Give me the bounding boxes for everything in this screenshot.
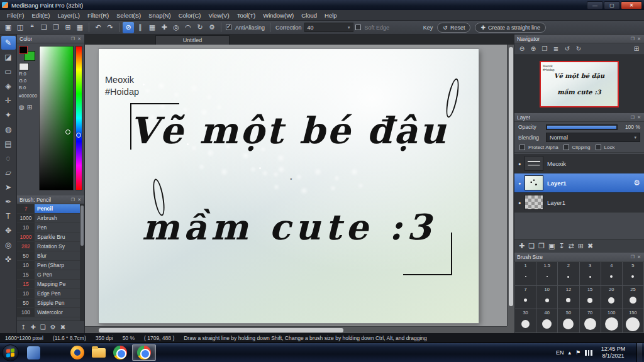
blending-dropdown[interactable]: Normal ▾ <box>546 133 640 142</box>
brush-size-option[interactable]: 25 <box>623 286 643 309</box>
canvas[interactable]: Meoxik #Hoidap Vẽ một bé đậu mầm cute :3… <box>99 49 479 323</box>
dock-brush-icon[interactable]: ↥ <box>21 324 26 331</box>
brush-size-option[interactable]: 12 <box>558 286 579 309</box>
menu-color[interactable]: Color(C) <box>175 11 205 20</box>
create-straight-line-button[interactable]: ✚ Create a straight line <box>475 23 546 33</box>
lock-checkbox[interactable] <box>596 145 601 150</box>
close-panel-icon[interactable]: ✕ <box>636 255 641 260</box>
brush-size-option[interactable]: 3 <box>580 262 601 285</box>
brush-size-option[interactable]: 1.5 <box>536 262 557 285</box>
menu-help[interactable]: Help <box>321 11 341 20</box>
snap-parallel-icon[interactable]: ∥ <box>135 22 146 33</box>
gradient-tool[interactable]: ▤ <box>1 137 16 151</box>
brush-list-scrollbar[interactable] <box>80 204 84 321</box>
clipping-checkbox[interactable] <box>564 145 569 150</box>
reset-button[interactable]: ↺ Reset <box>437 23 470 33</box>
zoom-out-icon[interactable]: ⊖ <box>517 44 527 53</box>
redo-button[interactable]: ↷ <box>104 22 116 33</box>
menu-cloud[interactable]: Cloud <box>297 11 321 20</box>
brush-item[interactable]: 7Pencil <box>17 204 84 214</box>
opacity-slider[interactable] <box>546 124 618 130</box>
comment-icon[interactable]: ❝ <box>26 22 38 33</box>
new-canvas-icon[interactable]: ▣ <box>3 22 14 33</box>
brush-size-option[interactable]: 70 <box>580 309 601 332</box>
brush-item[interactable]: 50Stipple Pen <box>17 299 84 308</box>
select-rect-tool[interactable]: ▭ <box>1 65 16 79</box>
layer-row[interactable]: ● Layer1 ⚙ <box>514 173 644 193</box>
brush-item[interactable]: 1000Sparkle Bru <box>17 233 84 242</box>
minimize-button[interactable]: — <box>587 1 603 9</box>
fill-tool[interactable]: ◍ <box>1 123 16 136</box>
brush-size-option[interactable]: 4 <box>601 262 622 285</box>
taskbar-explorer-button[interactable] <box>88 344 109 361</box>
vertical-scrollbar[interactable] <box>507 45 514 326</box>
action-center-icon[interactable]: ⚑ <box>575 349 580 356</box>
scrollbar-thumb[interactable] <box>99 328 343 332</box>
layer-visibility-toggle[interactable]: ● <box>514 200 525 205</box>
zoom-tool[interactable]: ◎ <box>1 238 16 252</box>
maximize-button[interactable]: ▢ <box>604 1 620 9</box>
menu-layer[interactable]: Layer(L) <box>54 11 84 20</box>
taskbar-firefox-button[interactable] <box>67 344 88 361</box>
hue-slider[interactable] <box>75 46 82 190</box>
layer-row[interactable]: ● Meoxik <box>514 154 644 173</box>
close-panel-icon[interactable]: ✕ <box>636 115 641 120</box>
correction-dropdown[interactable]: 40 ▾ <box>304 23 353 32</box>
close-panel-icon[interactable]: ✕ <box>77 36 82 41</box>
page-icon[interactable]: ❏ <box>38 22 50 33</box>
primary-color-swatch[interactable] <box>19 46 28 54</box>
swap-layer-icon[interactable]: ⇄ <box>569 242 574 250</box>
reset-view-icon[interactable]: ⊞ <box>631 44 641 53</box>
merge-layer-icon[interactable]: ▣ <box>548 242 555 250</box>
soft-edge-checkbox[interactable] <box>355 25 361 30</box>
add-layer-icon[interactable]: ✚ <box>519 242 525 250</box>
menu-window[interactable]: Window(W) <box>259 11 297 20</box>
delete-brush-icon[interactable]: ✖ <box>60 324 65 331</box>
fit-window-icon[interactable]: ❐ <box>540 44 550 53</box>
protect-alpha-checkbox[interactable] <box>519 145 525 150</box>
add-folder-icon[interactable]: ❐ <box>538 242 545 250</box>
snap-vanishing-icon[interactable]: ◎ <box>170 22 182 33</box>
snap-ellipse-icon[interactable]: ◠ <box>182 22 194 33</box>
horizontal-scrollbar[interactable] <box>85 326 507 333</box>
close-panel-icon[interactable]: ✕ <box>77 197 82 202</box>
brush-size-option[interactable]: 10 <box>536 286 557 309</box>
dock-panel-icon[interactable]: ❐ <box>70 36 75 41</box>
grid-icon[interactable]: ⊞ <box>62 22 74 33</box>
magic-wand-tool[interactable]: ✦ <box>1 108 16 122</box>
brush-item[interactable]: 15Mapping Pe <box>17 280 84 289</box>
taskbar-chrome-active-button[interactable] <box>132 344 156 361</box>
scrollbar-thumb[interactable] <box>509 47 513 306</box>
lasso-tool[interactable]: ◌ <box>1 151 16 165</box>
duplicate-layer-icon[interactable]: ❏ <box>528 242 535 250</box>
zoom-in-icon[interactable]: ⊕ <box>528 44 538 53</box>
brush-size-option[interactable]: 40 <box>536 309 557 332</box>
pen-tool[interactable]: ✒ <box>1 195 16 209</box>
brush-item[interactable]: 50Blur <box>17 251 84 261</box>
hue-marker[interactable] <box>76 133 81 138</box>
save-icon[interactable]: ◫ <box>14 22 26 33</box>
undo-button[interactable]: ↶ <box>92 22 104 33</box>
brush-item[interactable]: 1000Airbrush <box>17 214 84 223</box>
color-wheel-icon[interactable]: ◍ <box>19 104 25 111</box>
eyedropper-tool[interactable]: ✜ <box>1 253 16 266</box>
add-brush-icon[interactable]: ✚ <box>30 324 35 331</box>
sv-marker[interactable] <box>65 129 70 134</box>
brush-size-option[interactable]: 7 <box>515 286 536 309</box>
dock-panel-icon[interactable]: ❐ <box>630 255 635 260</box>
hidden-icons-arrow[interactable]: ▴ <box>568 349 571 356</box>
taskbar-clock[interactable]: 12:45 PM 8/1/2021 <box>597 346 630 359</box>
layer-visibility-toggle[interactable]: ● <box>514 162 525 166</box>
eraser-tool[interactable]: ◪ <box>1 50 16 64</box>
menu-tool[interactable]: Tool(T) <box>233 11 260 20</box>
operation-tool[interactable]: ➤ <box>1 180 16 194</box>
menu-snap[interactable]: Snap(N) <box>145 11 174 20</box>
layer-row[interactable]: ● Layer1 <box>514 193 644 212</box>
stamp-tool[interactable]: ◈ <box>1 79 16 93</box>
network-icon[interactable] <box>585 350 592 356</box>
brush-item[interactable]: 282Rotation Sy <box>17 242 84 251</box>
material-icon[interactable]: ▦ <box>74 22 86 33</box>
delete-layer-icon[interactable]: ✖ <box>587 242 593 250</box>
menu-edit[interactable]: Edit(E) <box>28 11 53 20</box>
brush-settings-icon[interactable]: ⚙ <box>50 324 56 331</box>
